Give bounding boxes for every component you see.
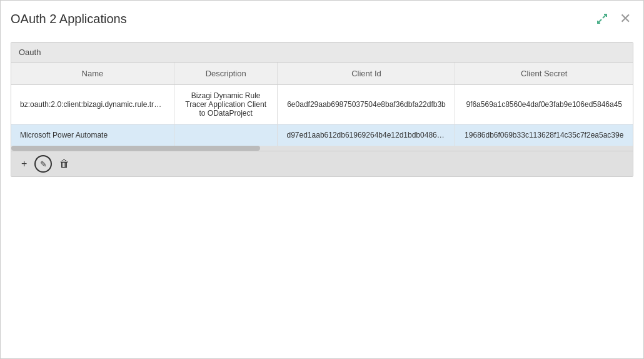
add-button[interactable]: +: [18, 156, 31, 172]
section-label: Oauth: [11, 43, 633, 63]
scrollbar-thumb: [11, 146, 260, 151]
col-description: Description: [174, 63, 278, 85]
cell-client-id: 6e0adf29aab69875037504e8baf36dbfa22dfb3b: [278, 85, 455, 124]
cell-name: bz:oauth:2.0:client:bizagi.dynamic.rule.…: [11, 85, 174, 124]
edit-button[interactable]: ✎: [34, 155, 52, 173]
dialog-title: OAuth 2 Applications: [11, 12, 127, 26]
cell-description: [174, 124, 278, 146]
col-client-id: Client Id: [278, 63, 455, 85]
horizontal-scrollbar[interactable]: [11, 146, 633, 151]
table-row[interactable]: bz:oauth:2.0:client:bizagi.dynamic.rule.…: [11, 85, 633, 124]
delete-button[interactable]: 🗑: [56, 156, 73, 172]
cell-client-secret: 19686db6f069b33c113628f14c35c7f2ea5ac39e: [455, 124, 633, 146]
cell-description: Bizagi Dynamic Rule Tracer Application C…: [174, 85, 278, 124]
col-name: Name: [11, 63, 174, 85]
header-icons: ✕: [593, 9, 633, 28]
oauth-table: Name Description Client Id Client Secret…: [11, 63, 633, 146]
table-row[interactable]: Microsoft Power Automated97ed1aab612db61…: [11, 124, 633, 146]
expand-button[interactable]: [593, 11, 611, 26]
cell-client-secret: 9f6a569a1c8560e4daf0e3fab9e106ed5846a45: [455, 85, 633, 124]
cell-name: Microsoft Power Automate: [11, 124, 174, 146]
cell-client-id: d97ed1aab612db61969264b4e12d1bdb0486cef9: [278, 124, 455, 146]
dialog-header: OAuth 2 Applications ✕: [1, 1, 643, 34]
toolbar: + ✎ 🗑: [11, 151, 633, 176]
table-section: Oauth Name Description Client Id Client …: [11, 42, 633, 177]
close-button[interactable]: ✕: [617, 9, 633, 28]
table-wrapper: Name Description Client Id Client Secret…: [11, 63, 633, 151]
col-client-secret: Client Secret: [455, 63, 633, 85]
oauth-dialog: OAuth 2 Applications ✕ Oauth Name Descri…: [0, 0, 644, 359]
table-header-row: Name Description Client Id Client Secret: [11, 63, 633, 85]
